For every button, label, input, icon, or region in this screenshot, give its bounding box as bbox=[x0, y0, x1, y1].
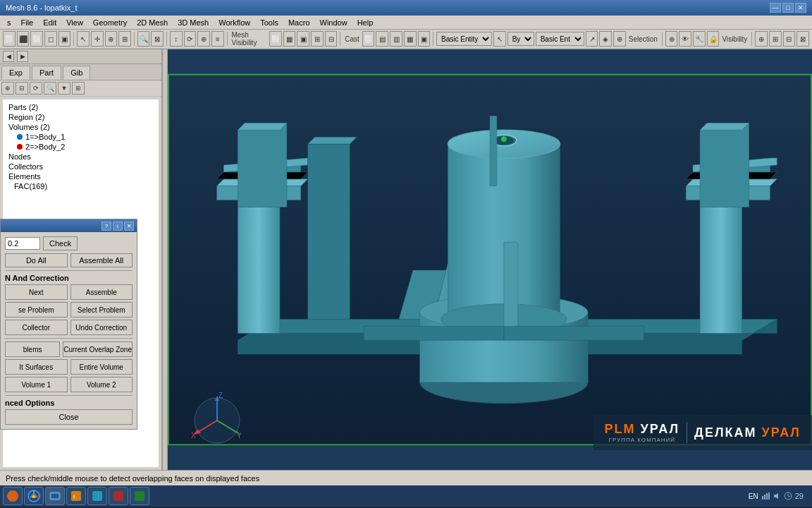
task-btn-5[interactable] bbox=[109, 487, 128, 505]
check-button[interactable]: Check bbox=[43, 236, 78, 250]
mesh-btn-2[interactable]: ▦ bbox=[283, 31, 296, 47]
sel-btn-1[interactable]: ↖ bbox=[493, 31, 506, 47]
tool-btn-14[interactable]: ⊕ bbox=[197, 31, 210, 47]
menu-item-macro[interactable]: Macro bbox=[284, 17, 314, 28]
task-btn-3[interactable]: f bbox=[66, 487, 86, 505]
mesh-btn-4[interactable]: ⊞ bbox=[311, 31, 324, 47]
tool-btn-6[interactable]: ↖ bbox=[77, 31, 90, 47]
tool-btn-13[interactable]: ⟳ bbox=[184, 31, 197, 47]
assemble-button[interactable]: Assemble bbox=[70, 284, 133, 300]
current-overlap-button[interactable]: Current Overlap Zone bbox=[63, 341, 133, 357]
maximize-btn[interactable]: □ bbox=[782, 3, 794, 13]
vis-btn-3[interactable]: 🔧 bbox=[693, 31, 706, 47]
task-btn-4[interactable] bbox=[87, 487, 107, 505]
tool-btn-3[interactable]: ⬜ bbox=[30, 31, 43, 47]
tab-gib[interactable]: Gib bbox=[63, 66, 90, 80]
task-btn-2[interactable] bbox=[45, 487, 65, 505]
tree-item-body2[interactable]: 2=>Body_2 bbox=[6, 142, 156, 152]
cast-btn-5[interactable]: ▣ bbox=[418, 31, 431, 47]
extra-btn-3[interactable]: ⊟ bbox=[783, 31, 796, 47]
tool-btn-8[interactable]: ⊕ bbox=[105, 31, 118, 47]
tree-item-parts[interactable]: Parts (2) bbox=[6, 102, 156, 112]
by-select[interactable]: By bbox=[508, 32, 534, 46]
tool-btn-2[interactable]: ⬛ bbox=[17, 31, 30, 47]
tool-btn-5[interactable]: ▣ bbox=[59, 31, 71, 47]
vis-btn-4[interactable]: 🔒 bbox=[707, 31, 720, 47]
volume2-button[interactable]: Volume 2 bbox=[70, 377, 133, 392]
close-btn[interactable]: ✕ bbox=[795, 3, 806, 13]
tool-btn-7[interactable]: ✛ bbox=[91, 31, 104, 47]
sel-btn-3[interactable]: ◈ bbox=[599, 31, 612, 47]
tool-btn-4[interactable]: ◻ bbox=[44, 31, 57, 47]
show-problems-button[interactable]: blems bbox=[5, 341, 60, 357]
menu-item-tools[interactable]: Tools bbox=[256, 17, 283, 28]
mesh-btn-1[interactable]: ⬜ bbox=[269, 31, 282, 47]
menu-item-2dmesh[interactable]: 2D Mesh bbox=[133, 17, 172, 28]
extra-btn-4[interactable]: ⊠ bbox=[796, 31, 809, 47]
menu-item-geometry[interactable]: Geometry bbox=[89, 17, 131, 28]
close-button[interactable]: Close bbox=[5, 409, 133, 425]
task-btn-chrome[interactable] bbox=[24, 487, 44, 505]
tree-item-fac[interactable]: FAC(169) bbox=[6, 181, 156, 191]
sel-btn-4[interactable]: ⊕ bbox=[613, 31, 626, 47]
menu-item-s[interactable]: s bbox=[3, 17, 16, 28]
tool-btn-12[interactable]: ↕ bbox=[170, 31, 183, 47]
sel-btn-2[interactable]: ↗ bbox=[586, 31, 598, 47]
cast-btn-3[interactable]: ▥ bbox=[390, 31, 402, 47]
menu-item-edit[interactable]: Edit bbox=[39, 17, 61, 28]
menu-item-view[interactable]: View bbox=[62, 17, 87, 28]
viewport[interactable]: Z X Y PLM УРАЛ ГРУППА КОМПАНИЙ ДЕЛКАМ УР… bbox=[168, 49, 812, 470]
task-btn-6[interactable] bbox=[130, 487, 149, 505]
cast-btn-1[interactable]: ⬜ bbox=[362, 31, 375, 47]
panel-tool-5[interactable]: ▼ bbox=[58, 82, 70, 95]
tree-item-nodes[interactable]: Nodes bbox=[6, 152, 156, 162]
tab-part[interactable]: Part bbox=[32, 66, 61, 80]
select-problem-button[interactable]: Select Problem bbox=[70, 302, 133, 318]
tool-btn-15[interactable]: ≡ bbox=[211, 31, 224, 47]
tree-item-elements[interactable]: Elements bbox=[6, 171, 156, 181]
dialog-close-icon-btn[interactable]: ✕ bbox=[124, 222, 134, 231]
panel-nav-btn[interactable]: ◀ bbox=[3, 51, 14, 62]
mesh-btn-3[interactable]: ▣ bbox=[297, 31, 309, 47]
tool-btn-10[interactable]: 🔍 bbox=[137, 31, 150, 47]
tool-btn-11[interactable]: ⊠ bbox=[151, 31, 164, 47]
tool-btn-1[interactable]: ⬜ bbox=[3, 31, 16, 47]
undo-correction-button[interactable]: Undo Correction bbox=[70, 320, 133, 335]
menu-item-file[interactable]: File bbox=[17, 17, 38, 28]
collector-button[interactable]: Collector bbox=[5, 320, 68, 335]
do-all-button[interactable]: Do All bbox=[5, 253, 68, 267]
extra-btn-1[interactable]: ⊕ bbox=[755, 31, 768, 47]
mesh-btn-5[interactable]: ⊟ bbox=[325, 31, 338, 47]
menu-item-workflow[interactable]: Workflow bbox=[214, 17, 254, 28]
tool-btn-9[interactable]: ⊞ bbox=[118, 31, 131, 47]
menu-item-window[interactable]: Window bbox=[316, 17, 352, 28]
cast-btn-4[interactable]: ▦ bbox=[404, 31, 417, 47]
basic-entity-select[interactable]: Basic Entity bbox=[436, 32, 492, 46]
basic-ent-select[interactable]: Basic Ent bbox=[536, 32, 584, 46]
tree-item-region[interactable]: Region (2) bbox=[6, 112, 156, 122]
tab-exp[interactable]: Exp bbox=[1, 66, 30, 80]
extra-btn-2[interactable]: ⊞ bbox=[769, 31, 782, 47]
menu-item-help[interactable]: Help bbox=[353, 17, 378, 28]
start-btn[interactable] bbox=[3, 487, 23, 505]
tree-item-body1[interactable]: 1=>Body_1 bbox=[6, 132, 156, 142]
assemble-all-button[interactable]: Assemble All bbox=[70, 253, 133, 267]
dialog-help-btn[interactable]: ? bbox=[102, 222, 111, 231]
tree-item-collectors[interactable]: Collectors bbox=[6, 162, 156, 171]
resize-handle[interactable] bbox=[162, 49, 168, 470]
menu-item-3dmesh[interactable]: 3D Mesh bbox=[173, 17, 213, 28]
tree-item-volumes[interactable]: Volumes (2) bbox=[6, 122, 156, 132]
panel-tool-1[interactable]: ⊕ bbox=[1, 82, 14, 95]
panel-tool-4[interactable]: 🔍 bbox=[44, 82, 56, 95]
prev-problem-button[interactable]: se Problem bbox=[5, 302, 68, 318]
next-button[interactable]: Next bbox=[5, 284, 68, 300]
panel-tool-3[interactable]: ⟳ bbox=[30, 82, 42, 95]
dialog-info-btn[interactable]: i bbox=[113, 222, 123, 231]
vis-btn-1[interactable]: ⊕ bbox=[665, 31, 678, 47]
it-surfaces-button[interactable]: It Surfaces bbox=[5, 359, 68, 375]
minimize-btn[interactable]: — bbox=[770, 3, 781, 13]
panel-tool-2[interactable]: ⊟ bbox=[16, 82, 28, 95]
cast-btn-2[interactable]: ▤ bbox=[376, 31, 388, 47]
panel-nav-btn2[interactable]: ▶ bbox=[17, 51, 28, 62]
panel-tool-6[interactable]: ⊞ bbox=[72, 82, 85, 95]
